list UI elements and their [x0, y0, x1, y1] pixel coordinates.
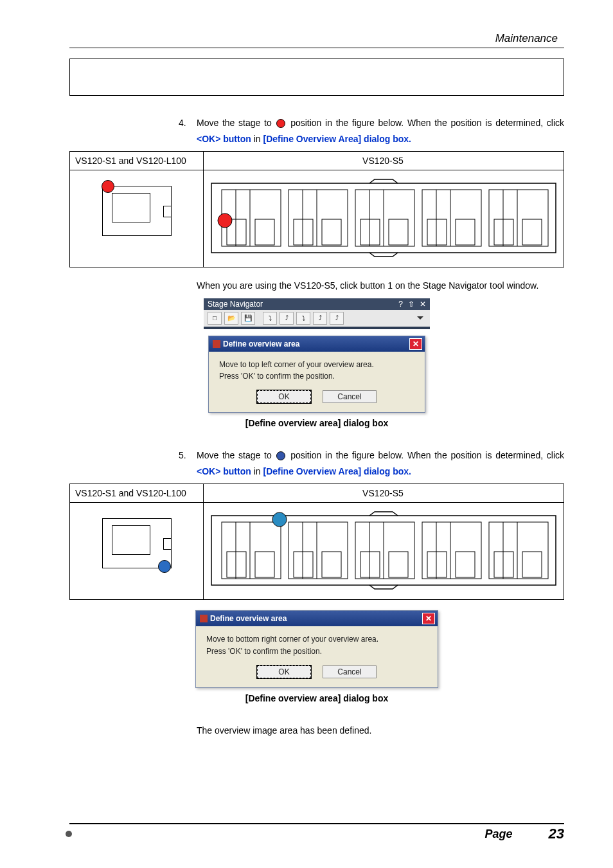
figure-caption-2: [Define overview area] dialog box [69, 693, 564, 703]
define-overview-area-dialog: Define overview area ✕ Move to top left … [208, 336, 425, 413]
stage-navigator-panel: Stage Navigator ? ⇧ ✕ □ 📂 💾 ⤵ ⤴ ⤵ ⤴ ⤴ [204, 298, 430, 329]
ok-button[interactable]: OK [257, 665, 311, 678]
dialog-title-text: Define overview area [223, 339, 299, 348]
header-empty-box [69, 59, 564, 96]
svg-rect-41 [389, 552, 408, 577]
svg-rect-46 [456, 552, 475, 577]
blue-marker-icon [158, 560, 171, 573]
svg-rect-16 [422, 190, 481, 246]
svg-rect-25 [522, 219, 542, 245]
svg-rect-15 [389, 219, 408, 245]
svg-rect-27 [222, 522, 281, 579]
svg-rect-11 [355, 190, 414, 246]
cancel-button[interactable]: Cancel [323, 390, 377, 403]
page-header-section: Maintenance [69, 32, 564, 45]
svg-rect-51 [522, 552, 542, 577]
blue-dot-icon [276, 451, 285, 460]
svg-rect-19 [427, 219, 447, 245]
svg-rect-47 [489, 522, 548, 579]
svg-rect-42 [422, 522, 481, 579]
single-slide-holder [102, 186, 172, 236]
svg-rect-10 [322, 219, 341, 245]
dialog-close-button[interactable]: ✕ [422, 613, 435, 624]
dialog-title-text: Define overview area [210, 614, 287, 623]
svg-rect-24 [494, 219, 513, 245]
svg-rect-35 [294, 552, 313, 577]
dropdown-icon[interactable] [417, 316, 423, 320]
dialog-message-line1: Move to top left corner of your overview… [219, 359, 414, 370]
stage-navigator-title: Stage Navigator [208, 300, 263, 309]
red-marker-icon [218, 213, 232, 228]
figure-table-2: VS120-S1 and VS120-L100 VS120-S5 [69, 484, 564, 600]
blue-marker-icon [272, 512, 287, 527]
step-4-note: When you are using the VS120-S5, click b… [197, 278, 564, 294]
toolbar-button-8[interactable]: ⤴ [330, 312, 344, 325]
svg-rect-45 [427, 552, 447, 577]
svg-rect-36 [322, 552, 341, 577]
table-header-left: VS120-S1 and VS120-L100 [70, 152, 204, 170]
toolbar-button-4[interactable]: ⤵ [263, 312, 277, 325]
app-icon [200, 615, 208, 622]
svg-rect-9 [294, 219, 313, 245]
figure-caption-1: [Define overview area] dialog box [69, 418, 564, 428]
svg-rect-5 [255, 219, 274, 245]
svg-rect-40 [360, 552, 380, 577]
toolbar-button-6[interactable]: ⤵ [296, 312, 310, 325]
stage-navigator-toolbar: □ 📂 💾 ⤵ ⤴ ⤵ ⤴ ⤴ [204, 310, 430, 327]
dialog-message-line2: Press 'OK' to confirm the position. [219, 371, 414, 381]
toolbar-button-5[interactable]: ⤴ [280, 312, 294, 325]
toolbar-button-open[interactable]: 📂 [224, 312, 238, 325]
svg-rect-37 [355, 522, 414, 579]
multi-slide-holder [210, 511, 557, 590]
toolbar-button-save[interactable]: 💾 [241, 312, 255, 325]
step-5-number: 5. [179, 448, 197, 480]
table-header-right: VS120-S5 [204, 152, 564, 170]
cancel-button[interactable]: Cancel [323, 665, 377, 678]
toolbar-button-7[interactable]: ⤴ [313, 312, 327, 325]
dialog-close-button[interactable]: ✕ [409, 338, 422, 350]
svg-rect-32 [289, 522, 348, 579]
close-icon[interactable]: ✕ [420, 300, 426, 309]
svg-rect-31 [255, 552, 274, 577]
conclusion-text: The overview image area has been defined… [197, 723, 564, 739]
help-icon[interactable]: ? [398, 300, 403, 309]
step-4-text: Move the stage to position in the figure… [197, 115, 564, 147]
footer-page-label: Page [484, 827, 512, 841]
toolbar-button-1[interactable]: □ [208, 312, 222, 325]
step-5-text: Move the stage to position in the figure… [197, 448, 564, 480]
pin-icon[interactable]: ⇧ [408, 300, 414, 309]
svg-rect-50 [494, 552, 513, 577]
red-marker-icon [102, 180, 114, 193]
footer-page-number: 23 [549, 826, 564, 842]
svg-rect-30 [227, 552, 246, 577]
svg-rect-20 [456, 219, 475, 245]
svg-rect-14 [360, 219, 380, 245]
define-overview-area-dialog: Define overview area ✕ Move to bottom ri… [195, 610, 438, 687]
svg-rect-21 [489, 190, 548, 246]
app-icon [213, 340, 220, 348]
step-4-number: 4. [179, 115, 197, 147]
dialog-message-line1: Move to bottom right corner of your over… [206, 634, 427, 644]
figure-table-1: VS120-S1 and VS120-L100 VS120-S5 [69, 151, 564, 267]
red-dot-icon [276, 119, 285, 128]
single-slide-holder [102, 518, 172, 568]
dialog-message-line2: Press 'OK' to confirm the position. [206, 646, 427, 656]
page-footer: Page 23 [69, 823, 564, 842]
ok-button[interactable]: OK [257, 390, 311, 403]
table-header-right: VS120-S5 [204, 484, 564, 503]
table-header-left: VS120-S1 and VS120-L100 [70, 484, 204, 503]
footer-dot-icon [66, 831, 72, 837]
svg-rect-6 [289, 190, 348, 246]
multi-slide-holder [210, 178, 557, 258]
header-rule [69, 48, 564, 48]
